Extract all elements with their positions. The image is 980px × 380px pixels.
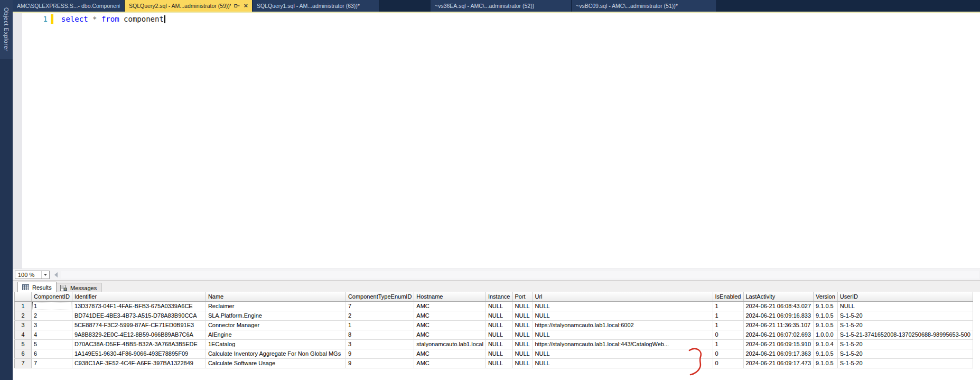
grid-cell[interactable]: 0 xyxy=(713,358,743,368)
grid-cell[interactable]: Connector Manager xyxy=(206,320,346,330)
grid-cell[interactable]: C938C1AF-3E52-4C4F-A6FE-397BA1322849 xyxy=(72,358,206,368)
grid-cell[interactable]: NULL xyxy=(486,349,512,358)
grid-cell[interactable]: NULL xyxy=(533,358,713,368)
grid-cell[interactable]: NULL xyxy=(512,358,533,368)
grid-cell[interactable]: Calculate Inventory Aggregate For Non Gl… xyxy=(206,349,346,358)
grid-cell[interactable]: stalyonamcauto.lab1.local xyxy=(414,339,486,349)
grid-cell[interactable]: NULL xyxy=(486,339,512,349)
grid-cell[interactable]: 9.1.0.5 xyxy=(814,349,838,358)
grid-cell[interactable]: NULL xyxy=(512,339,533,349)
grid-cell[interactable]: NULL xyxy=(486,330,512,339)
grid-cell[interactable]: 1 xyxy=(346,320,414,330)
grid-cell[interactable]: S-1-5-20 xyxy=(837,339,973,349)
grid-cell[interactable]: NULL xyxy=(486,301,512,311)
grid-row-header[interactable]: 1 xyxy=(15,301,32,311)
grid-cell[interactable]: NULL xyxy=(533,349,713,358)
grid-cell[interactable]: NULL xyxy=(837,301,973,311)
grid-cell[interactable]: 1 xyxy=(32,301,72,311)
grid-column-header[interactable]: UserID xyxy=(837,292,973,301)
grid-cell[interactable]: 2 xyxy=(346,311,414,320)
grid-cell[interactable]: S-1-5-20 xyxy=(837,311,973,320)
tab-dbo-component[interactable]: AMC\SQLEXPRESS.S...- dbo.Component xyxy=(13,0,125,12)
grid-cell[interactable]: NULL xyxy=(486,358,512,368)
grid-cell[interactable]: NULL xyxy=(512,349,533,358)
tab-results[interactable]: Results xyxy=(17,282,57,292)
grid-cell[interactable]: 1.0.0.0 xyxy=(814,330,838,339)
grid-cell[interactable]: 1ECatalog xyxy=(206,339,346,349)
grid-cell[interactable]: 8 xyxy=(346,330,414,339)
grid-cell[interactable]: 2024-06-21 06:09:15.910 xyxy=(743,339,814,349)
grid-column-header[interactable]: Hostname xyxy=(414,292,486,301)
grid-cell[interactable]: NULL xyxy=(512,320,533,330)
grid-column-header[interactable]: Instance xyxy=(486,292,512,301)
grid-column-header[interactable]: Version xyxy=(814,292,838,301)
grid-cell[interactable]: AMC xyxy=(414,330,486,339)
grid-column-header[interactable]: LastActivity xyxy=(743,292,814,301)
grid-cell[interactable]: S-1-5-20 xyxy=(837,349,973,358)
grid-row-header[interactable]: 3 xyxy=(15,320,32,330)
close-icon[interactable]: × xyxy=(244,3,248,9)
grid-cell[interactable]: 9 xyxy=(346,349,414,358)
grid-cell[interactable]: 2024-06-21 11:36:35.107 xyxy=(743,320,814,330)
grid-cell[interactable]: 0 xyxy=(713,349,743,358)
grid-cell[interactable]: 2024-06-21 06:09:17.473 xyxy=(743,358,814,368)
grid-row-header[interactable]: 4 xyxy=(15,330,32,339)
grid-cell[interactable]: 6 xyxy=(32,349,72,358)
grid-cell[interactable]: 1 xyxy=(713,301,743,311)
grid-cell[interactable]: NULL xyxy=(512,330,533,339)
grid-cell[interactable]: 9 xyxy=(346,358,414,368)
grid-column-header[interactable]: Name xyxy=(206,292,346,301)
zoom-level-dropdown[interactable]: 100 % xyxy=(15,271,50,279)
grid-cell[interactable]: NULL xyxy=(486,311,512,320)
grid-cell[interactable]: SLA.Platform.Engine xyxy=(206,311,346,320)
grid-cell[interactable]: 1 xyxy=(713,339,743,349)
grid-column-header[interactable]: IsEnabled xyxy=(713,292,743,301)
hscrollbar[interactable] xyxy=(61,271,979,279)
grid-column-header[interactable]: ComponentID xyxy=(32,292,72,301)
grid-cell[interactable]: S-1-5-20 xyxy=(837,358,973,368)
grid-cell[interactable]: NULL xyxy=(533,301,713,311)
grid-cell[interactable]: 2024-06-21 06:07:02.693 xyxy=(743,330,814,339)
grid-cell[interactable]: 3 xyxy=(32,320,72,330)
grid-row-header[interactable]: 5 xyxy=(15,339,32,349)
grid-cell[interactable]: 13D37873-04F1-4FAE-BFB3-675A0339A6CE xyxy=(72,301,206,311)
grid-cell[interactable]: 0 xyxy=(713,330,743,339)
grid-column-header[interactable]: Url xyxy=(533,292,713,301)
grid-cell[interactable]: https://stalyonamcauto.lab1.local:6002 xyxy=(533,320,713,330)
grid-cell[interactable]: 2024-06-21 06:09:17.363 xyxy=(743,349,814,358)
grid-column-header[interactable]: ComponentTypeEnumID xyxy=(346,292,414,301)
grid-cell[interactable]: 9A8B8329-2E0C-4E12-8B59-066B89AB7C6A xyxy=(72,330,206,339)
grid-cell[interactable]: 1 xyxy=(713,320,743,330)
grid-cell[interactable]: NULL xyxy=(512,311,533,320)
grid-cell[interactable]: 1 xyxy=(713,311,743,320)
grid-cell[interactable]: Calculate Software Usage xyxy=(206,358,346,368)
object-explorer-tab[interactable]: Object Explorer xyxy=(0,0,13,59)
grid-cell[interactable]: 9.1.0.5 xyxy=(814,311,838,320)
grid-cell[interactable]: AMC xyxy=(414,301,486,311)
grid-cell[interactable]: S-1-5-20 xyxy=(837,320,973,330)
grid-cell[interactable]: NULL xyxy=(512,301,533,311)
grid-cell[interactable]: 5CE88774-F3C2-5999-87AF-CE71ED0B91E3 xyxy=(72,320,206,330)
grid-cell[interactable]: AIEngine xyxy=(206,330,346,339)
code-line[interactable]: select * from component xyxy=(61,15,165,23)
grid-row-header[interactable]: 6 xyxy=(15,349,32,358)
grid-cell[interactable]: AMC xyxy=(414,349,486,358)
grid-cell[interactable]: 2024-06-21 06:08:43.027 xyxy=(743,301,814,311)
tab-sqlquery2-active[interactable]: SQLQuery2.sql - AM...administrator (59))… xyxy=(125,0,253,12)
grid-cell[interactable]: https://stalyonamcauto.lab1.local:443/Ca… xyxy=(533,339,713,349)
grid-cell[interactable]: AMC xyxy=(414,311,486,320)
grid-cell[interactable]: 2024-06-21 06:09:16.833 xyxy=(743,311,814,320)
grid-cell[interactable]: 2 xyxy=(32,311,72,320)
grid-cell[interactable]: D70AC38A-D5EF-4BB5-B32A-3A768A3B5EDE xyxy=(72,339,206,349)
grid-corner[interactable] xyxy=(15,292,32,301)
grid-cell[interactable]: AMC xyxy=(414,320,486,330)
grid-cell[interactable]: AMC xyxy=(414,358,486,368)
tab-messages[interactable]: Messages xyxy=(55,283,101,292)
grid-cell[interactable]: NULL xyxy=(486,320,512,330)
grid-cell[interactable]: 5 xyxy=(32,339,72,349)
grid-cell[interactable]: 4 xyxy=(32,330,72,339)
grid-cell[interactable]: S-1-5-21-3741652008-1370250688-98995653-… xyxy=(837,330,973,339)
grid-cell[interactable]: 9.1.0.5 xyxy=(814,358,838,368)
tab-vs36ea[interactable]: ~vs36EA.sql - AMC\...administrator (52)) xyxy=(431,0,572,12)
grid-cell[interactable]: BD741DEE-4BE3-4B73-A515-D78A83B90CCA xyxy=(72,311,206,320)
